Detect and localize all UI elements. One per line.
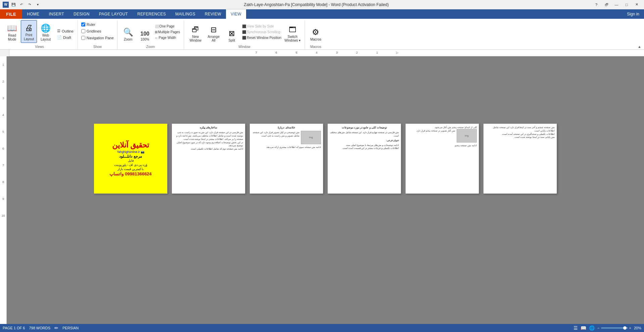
page-6-content: متن صفحه ششم و آخر سند در اینجا قرار دار… xyxy=(484,124,557,141)
gridlines-check-input[interactable] xyxy=(81,29,85,33)
one-page-btn[interactable]: ⬜ One Page xyxy=(154,24,181,29)
switch-windows-label: SwitchWindows ▾ xyxy=(284,35,301,42)
zoom-plus-btn[interactable]: + xyxy=(629,326,631,330)
zoom-minus-btn[interactable]: − xyxy=(597,326,599,330)
ruler-v-7: 7 xyxy=(2,157,4,174)
web-layout-status-icon[interactable]: 🌐 xyxy=(589,325,595,331)
status-right: ☰ 📖 🌐 − + 20% xyxy=(573,325,641,331)
outline-icon: ☰ xyxy=(57,29,60,33)
one-page-icon: ⬜ xyxy=(155,24,159,28)
menu-references[interactable]: REFERENCES xyxy=(133,9,171,19)
help-btn[interactable]: ? xyxy=(592,1,601,8)
print-layout-status-icon[interactable]: ☰ xyxy=(573,325,578,331)
split-btn[interactable]: ⊠ Split xyxy=(223,20,240,43)
restore-btn[interactable]: 🗗 xyxy=(602,1,611,8)
zoom-slider-area: − + xyxy=(597,326,631,330)
multiple-pages-btn[interactable]: ⊞ Multiple Pages xyxy=(154,30,181,35)
ribbon-group-show: Ruler Gridlines Navigation Pane Show xyxy=(78,20,118,49)
page-1-price: با کمترین قیمت بازار xyxy=(118,167,144,171)
page-width-icon: ↔ xyxy=(155,36,158,40)
read-mode-btn[interactable]: 📖 ReadMode xyxy=(4,20,20,43)
one-page-label: One Page xyxy=(159,24,175,28)
ribbon-collapse-btn[interactable]: ▲ xyxy=(638,45,641,49)
print-layout-btn[interactable]: 🖨 PrintLayout xyxy=(21,20,37,43)
ruler-v-9: 9 xyxy=(2,190,4,207)
menu-insert[interactable]: INSERT xyxy=(44,9,69,19)
show-items: Ruler Gridlines Navigation Pane xyxy=(81,20,114,44)
zoom-btn[interactable]: 🔍 Zoom xyxy=(120,20,136,43)
gridlines-label: Gridlines xyxy=(87,29,101,33)
views-items: 📖 ReadMode 🖨 PrintLayout 🌐 WebLayout ☰ O… xyxy=(4,20,75,44)
menu-home[interactable]: HOME xyxy=(22,9,44,19)
horizontal-ruler: 7 6 5 4 3 2 1 ▷ xyxy=(9,50,644,56)
page-3-image-1: img xyxy=(301,131,321,144)
ruler-num-6: 6 xyxy=(266,51,286,54)
outline-btn[interactable]: ☰ Outline xyxy=(56,28,75,34)
close-btn[interactable]: ✕ xyxy=(632,1,641,8)
minimize-btn[interactable]: — xyxy=(612,1,621,8)
ruler-v-2: 2 xyxy=(2,73,4,90)
web-layout-btn[interactable]: 🌐 WebLayout xyxy=(38,20,54,43)
title-bar-left: W 💾 ↶ ↷ ▾ xyxy=(3,1,41,8)
maximize-btn[interactable]: □ xyxy=(622,1,631,8)
arrange-all-btn[interactable]: ⊟ ArrangeAll xyxy=(205,20,222,43)
nav-pane-checkbox[interactable]: Navigation Pane xyxy=(81,36,114,40)
ruler-label: Ruler xyxy=(87,22,95,26)
nav-pane-check-input[interactable] xyxy=(81,36,85,40)
reset-window-btn[interactable]: ⬛ Reset Window Position xyxy=(241,35,282,40)
title-bar: W 💾 ↶ ↷ ▾ Zakh-Laye-Angoshtan-Pa [Compat… xyxy=(0,0,644,9)
customize-qat-btn[interactable]: ▾ xyxy=(34,1,41,8)
window-options-col: ⬛ View Side by Side ⬛ Synchronous Scroll… xyxy=(241,24,282,43)
zoom-icon: 🔍 xyxy=(123,27,133,37)
undo-qat-btn[interactable]: ↶ xyxy=(18,1,25,8)
menu-page-layout[interactable]: PAGE LAYOUT xyxy=(94,9,133,19)
new-window-label: NewWindow xyxy=(189,35,201,42)
redo-qat-btn[interactable]: ↷ xyxy=(26,1,33,8)
ribbon-group-views: 📖 ReadMode 🖨 PrintLayout 🌐 WebLayout ☰ O… xyxy=(1,20,78,49)
menu-design[interactable]: DESIGN xyxy=(69,9,94,19)
zoom-percent: 20% xyxy=(634,326,641,330)
edit-mode-icon[interactable]: ✏ xyxy=(54,325,58,331)
menu-review[interactable]: REVIEW xyxy=(200,9,226,19)
new-window-btn[interactable]: 🗗 NewWindow xyxy=(187,20,204,43)
page-6: متن صفحه ششم و آخر سند در اینجا قرار دار… xyxy=(483,123,557,194)
ruler-check-input[interactable] xyxy=(81,22,85,26)
ruler-v-6: 6 xyxy=(2,140,4,157)
ribbon-content: 📖 ReadMode 🖨 PrintLayout 🌐 WebLayout ☰ O… xyxy=(0,20,644,49)
menu-mailings[interactable]: MAILINGS xyxy=(171,9,200,19)
zoom-slider[interactable] xyxy=(601,327,628,329)
multiple-pages-label: Multiple Pages xyxy=(158,30,180,34)
print-layout-label: PrintLayout xyxy=(24,33,34,41)
page-width-label: Page Width xyxy=(159,36,176,40)
macros-group-label: Macros xyxy=(308,44,324,49)
sync-scroll-icon: ⬛ xyxy=(242,30,246,34)
ruler-v-1: 1 xyxy=(2,56,4,73)
views-group-label: Views xyxy=(4,44,75,49)
reset-window-label: Reset Window Position xyxy=(247,36,281,40)
page-2-text-2: در این بخش توضیحات اضافه‌تری وجود دارد ک… xyxy=(174,141,243,148)
read-mode-status-icon[interactable]: 📖 xyxy=(581,325,586,331)
page-4-subhead: عنوان فرعی: xyxy=(330,139,399,142)
ruler-checkbox[interactable]: Ruler xyxy=(81,22,114,27)
ruler-num-4: 4 xyxy=(307,51,327,54)
page-2: ساختارهای پیکره متن فارسی در این صفحه قر… xyxy=(172,123,245,194)
gridlines-checkbox[interactable]: Gridlines xyxy=(81,29,114,34)
page-1-file: فایل xyxy=(128,159,134,163)
draft-btn[interactable]: 📄 Draft xyxy=(56,35,75,40)
view-side-label: View Side by Side xyxy=(247,24,274,28)
sign-in-link[interactable]: Sign in xyxy=(622,9,644,19)
vertical-ruler: 1 2 3 4 5 6 7 8 9 10 xyxy=(0,56,7,324)
macros-btn[interactable]: ⚙ Macros xyxy=(308,20,324,43)
menu-view[interactable]: VIEW xyxy=(226,9,246,19)
menu-file[interactable]: FILE xyxy=(0,9,22,19)
ribbon-group-window: 🗗 NewWindow ⊟ ArrangeAll ⊠ Split ⬛ View … xyxy=(184,20,305,49)
web-layout-label: WebLayout xyxy=(41,34,51,42)
save-qat-btn[interactable]: 💾 xyxy=(10,1,17,8)
document-area[interactable]: تحقیق آنلاین Tahghighonline.ir 📷 مرجع دا… xyxy=(7,56,644,324)
window-title: Zakh-Laye-Angoshtan-Pa [Compatibility Mo… xyxy=(41,2,592,7)
zoom-100-btn[interactable]: 100 100% xyxy=(137,20,153,43)
window-group-label: Window xyxy=(187,44,302,49)
page-6-text-2: اطلاعات تکمیلی و نتیجه‌گیری در این صفحه … xyxy=(486,132,555,136)
switch-windows-btn[interactable]: 🗔 SwitchWindows ▾ xyxy=(283,20,302,43)
page-width-btn[interactable]: ↔ Page Width xyxy=(154,35,181,40)
